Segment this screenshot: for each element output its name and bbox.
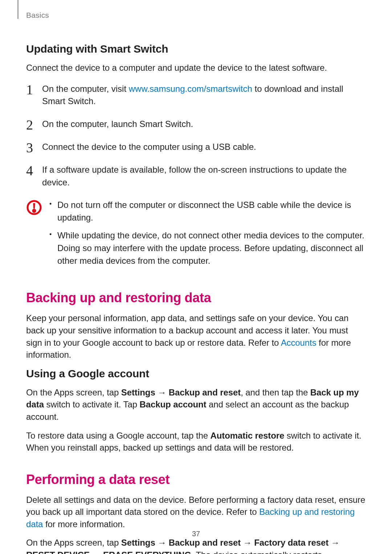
step-text: If a software update is available, follo… bbox=[42, 165, 347, 187]
body-text: switch to activate it. Tap bbox=[44, 399, 140, 409]
ui-path: Settings bbox=[121, 387, 155, 397]
body-paragraph: Delete all settings and data on the devi… bbox=[26, 494, 366, 530]
intro-paragraph: Connect the device to a computer and upd… bbox=[26, 62, 366, 74]
step-text: On the computer, launch Smart Switch. bbox=[42, 119, 193, 129]
subheading-smart-switch: Updating with Smart Switch bbox=[26, 43, 366, 55]
step-number: 4 bbox=[26, 161, 33, 181]
step-item: 1 On the computer, visit www.samsung.com… bbox=[26, 83, 366, 108]
ui-path: Backup account bbox=[140, 399, 207, 409]
step-text: Connect the device to the computer using… bbox=[42, 142, 256, 152]
caution-icon bbox=[26, 200, 42, 216]
arrow: → bbox=[241, 538, 254, 547]
accounts-link[interactable]: Accounts bbox=[281, 338, 317, 348]
step-number: 1 bbox=[26, 80, 33, 100]
step-number: 2 bbox=[26, 115, 33, 135]
body-text: On the Apps screen, tap bbox=[26, 387, 121, 397]
body-text: . The device automatically restarts. bbox=[191, 550, 324, 554]
caution-item: Do not turn off the computer or disconne… bbox=[47, 199, 366, 224]
subheading-google-account: Using a Google account bbox=[26, 368, 366, 380]
caution-list: Do not turn off the computer or disconne… bbox=[47, 199, 366, 272]
ui-path: Factory data reset bbox=[254, 538, 328, 547]
svg-point-1 bbox=[33, 210, 35, 212]
body-paragraph: On the Apps screen, tap Settings → Backu… bbox=[26, 386, 366, 423]
caution-item: While updating the device, do not connec… bbox=[47, 229, 366, 267]
body-paragraph: Keep your personal information, app data… bbox=[26, 312, 366, 361]
body-text: To restore data using a Google account, … bbox=[26, 431, 211, 440]
header-divider bbox=[17, 0, 19, 19]
arrow: → bbox=[90, 550, 103, 554]
body-paragraph: To restore data using a Google account, … bbox=[26, 430, 366, 454]
step-number: 3 bbox=[26, 138, 33, 158]
body-paragraph: On the Apps screen, tap Settings → Backu… bbox=[26, 537, 366, 554]
page-content: Updating with Smart Switch Connect the d… bbox=[26, 36, 366, 554]
step-text: On the computer, visit bbox=[42, 84, 129, 94]
body-text: , and then tap the bbox=[241, 387, 310, 397]
step-item: 4 If a software update is available, fol… bbox=[26, 164, 366, 189]
body-text: On the Apps screen, tap bbox=[26, 538, 121, 547]
ui-path: Automatic restore bbox=[211, 431, 285, 440]
ui-path: RESET DEVICE bbox=[26, 550, 90, 554]
ui-path: ERASE EVERYTHING bbox=[103, 550, 191, 554]
heading-data-reset: Performing a data reset bbox=[26, 472, 366, 487]
step-item: 3 Connect the device to the computer usi… bbox=[26, 141, 366, 153]
steps-list: 1 On the computer, visit www.samsung.com… bbox=[26, 83, 366, 189]
caution-callout: Do not turn off the computer or disconne… bbox=[26, 199, 366, 272]
heading-backup-restore: Backing up and restoring data bbox=[26, 290, 366, 305]
ui-path: Backup and reset bbox=[169, 538, 241, 547]
page-number: 37 bbox=[0, 530, 392, 538]
smartswitch-link[interactable]: www.samsung.com/smartswitch bbox=[129, 84, 252, 94]
arrow: → bbox=[328, 538, 339, 547]
step-item: 2 On the computer, launch Smart Switch. bbox=[26, 118, 366, 131]
ui-path: Backup and reset bbox=[169, 387, 241, 397]
body-text: for more information. bbox=[43, 519, 125, 529]
arrow: → bbox=[155, 387, 169, 397]
section-header: Basics bbox=[26, 11, 49, 20]
arrow: → bbox=[155, 538, 169, 547]
ui-path: Settings bbox=[121, 538, 155, 547]
